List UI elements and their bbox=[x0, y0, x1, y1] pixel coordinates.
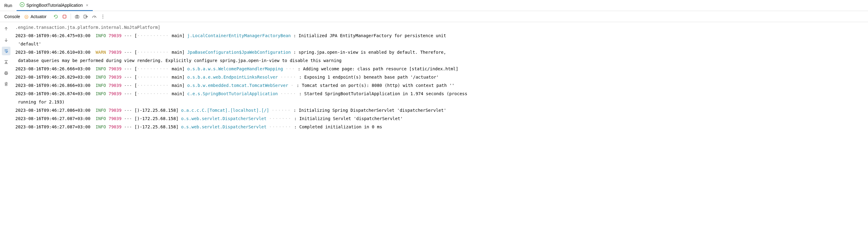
more-icon[interactable] bbox=[99, 12, 107, 21]
soft-wrap-icon[interactable] bbox=[2, 47, 10, 55]
log-line: 2023-08-16T09:46:26.475+03:00 INFO 79039… bbox=[16, 32, 865, 40]
camera-icon[interactable] bbox=[73, 12, 82, 21]
print-icon[interactable] bbox=[2, 69, 10, 78]
actuator-tab[interactable]: ◎ Actuator bbox=[24, 14, 46, 19]
log-line: .engine.transaction.jta.platform.interna… bbox=[16, 23, 865, 32]
actuator-label: Actuator bbox=[30, 14, 46, 19]
log-line: 2023-08-16T09:46:26.866+03:00 INFO 79039… bbox=[16, 81, 865, 90]
log-line: 2023-08-16T09:46:27.087+03:00 INFO 79039… bbox=[16, 115, 865, 123]
svg-rect-2 bbox=[75, 16, 79, 18]
down-arrow-icon[interactable] bbox=[2, 36, 10, 44]
log-line: 'default' bbox=[16, 40, 865, 48]
svg-rect-1 bbox=[63, 15, 66, 18]
svg-point-6 bbox=[102, 16, 103, 17]
gutter bbox=[0, 22, 12, 132]
svg-rect-9 bbox=[5, 71, 7, 72]
close-icon[interactable]: × bbox=[85, 3, 90, 8]
log-line: 2023-08-16T09:46:26.874+03:00 INFO 79039… bbox=[16, 90, 865, 98]
gauge-icon[interactable] bbox=[90, 12, 99, 21]
log-line: 2023-08-16T09:46:27.087+03:00 INFO 79039… bbox=[16, 123, 865, 131]
log-line: 2023-08-16T09:46:26.610+03:00 WARN 79039… bbox=[16, 48, 865, 57]
stop-icon[interactable] bbox=[60, 12, 69, 21]
log-line: running for 2.193) bbox=[16, 98, 865, 106]
spring-boot-icon bbox=[20, 2, 25, 8]
run-config-tab[interactable]: SpringBootTutorialApplication × bbox=[17, 0, 93, 11]
actuator-icon: ◎ bbox=[24, 14, 29, 19]
log-line: database queries may be performed during… bbox=[16, 57, 865, 65]
top-bar: Run SpringBootTutorialApplication × bbox=[0, 0, 868, 11]
up-arrow-icon[interactable] bbox=[2, 25, 10, 33]
toolbar: Console ◎ Actuator bbox=[0, 11, 868, 22]
main-area: .engine.transaction.jta.platform.interna… bbox=[0, 22, 868, 132]
log-line: 2023-08-16T09:46:26.666+03:00 INFO 79039… bbox=[16, 65, 865, 73]
scroll-to-end-icon[interactable] bbox=[2, 58, 10, 66]
console-tab[interactable]: Console bbox=[4, 14, 20, 19]
console-output[interactable]: .engine.transaction.jta.platform.interna… bbox=[12, 22, 868, 132]
log-line: 2023-08-16T09:46:26.829+03:00 INFO 79039… bbox=[16, 73, 865, 81]
svg-point-3 bbox=[76, 16, 78, 18]
rerun-icon[interactable] bbox=[52, 12, 60, 21]
svg-point-7 bbox=[102, 18, 103, 18]
trash-icon[interactable] bbox=[2, 80, 10, 88]
exit-icon[interactable] bbox=[82, 12, 90, 21]
svg-point-5 bbox=[102, 14, 103, 15]
separator bbox=[71, 13, 71, 20]
run-tool-label: Run bbox=[0, 3, 17, 8]
tab-title: SpringBootTutorialApplication bbox=[26, 3, 83, 8]
log-line: 2023-08-16T09:46:27.086+03:00 INFO 79039… bbox=[16, 106, 865, 115]
